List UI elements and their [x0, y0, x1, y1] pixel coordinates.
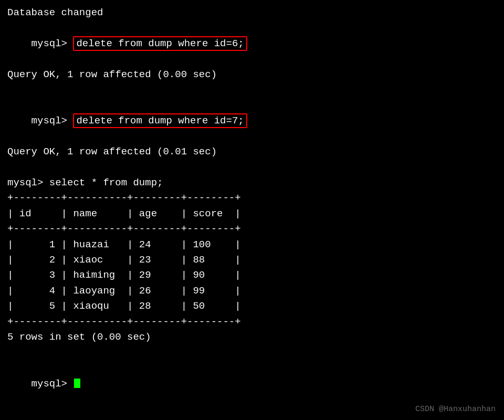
empty-3 — [7, 345, 497, 361]
empty-2 — [7, 160, 497, 175]
query-result-2: Query OK, 1 row affected (0.01 sec) — [7, 144, 497, 160]
empty-1 — [7, 82, 497, 98]
table-header: | id | name | age | score | — [7, 206, 497, 222]
table-row-2: | 2 | xiaoc | 23 | 88 | — [7, 253, 497, 268]
final-prompt: mysql> — [32, 378, 74, 390]
table-row-4: | 4 | laoyang | 26 | 99 | — [7, 284, 497, 299]
delete-command-1: delete from dump where id=6; — [73, 36, 247, 51]
prompt-1: mysql> — [32, 38, 74, 49]
rows-in-set: 5 rows in set (0.00 sec) — [7, 330, 497, 345]
terminal-output: Database changed mysql> delete from dump… — [7, 5, 497, 407]
command-line-2: mysql> delete from dump where id=7; — [7, 98, 497, 144]
watermark: CSDN @Hanxuhanhan — [415, 405, 496, 414]
db-changed-line: Database changed — [7, 5, 497, 20]
table-header-border: +--------+----------+--------+--------+ — [7, 222, 497, 237]
table-row-5: | 5 | xiaoqu | 28 | 50 | — [7, 299, 497, 314]
table-border-bottom: +--------+----------+--------+--------+ — [7, 314, 497, 330]
prompt-2: mysql> — [32, 115, 74, 127]
select-command-line: mysql> select * from dump; — [7, 175, 497, 191]
query-result-1: Query OK, 1 row affected (0.00 sec) — [7, 67, 497, 82]
table-row-3: | 3 | haiming | 29 | 90 | — [7, 268, 497, 283]
command-line-1: mysql> delete from dump where id=6; — [7, 20, 497, 67]
table-border-top: +--------+----------+--------+--------+ — [7, 191, 497, 206]
cursor — [74, 379, 80, 388]
table-row-1: | 1 | huazai | 24 | 100 | — [7, 237, 497, 253]
final-prompt-line: mysql> — [7, 361, 497, 407]
delete-command-2: delete from dump where id=7; — [73, 113, 247, 128]
